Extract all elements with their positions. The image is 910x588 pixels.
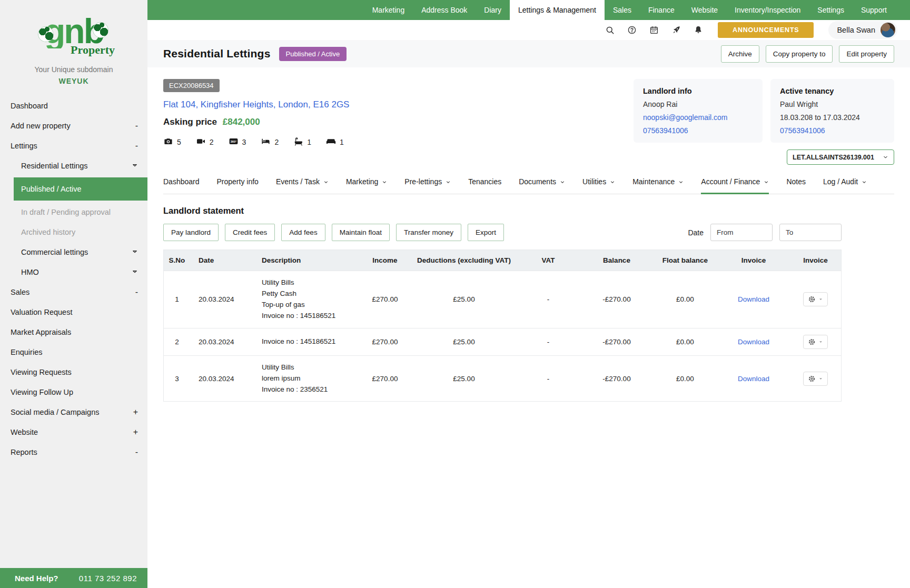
tab-label: Account / Finance bbox=[701, 177, 760, 186]
sidebar-item-published-active[interactable]: Published / Active bbox=[14, 177, 147, 201]
topnav-item-website[interactable]: Website bbox=[683, 0, 726, 20]
tab-pre-lettings[interactable]: Pre-lettings bbox=[404, 173, 451, 194]
tab-account-finance[interactable]: Account / Finance bbox=[701, 173, 769, 194]
chevron-down-icon bbox=[446, 178, 451, 185]
topnav-item-support[interactable]: Support bbox=[853, 0, 895, 20]
export-button[interactable]: Export bbox=[468, 224, 504, 241]
cell-deductions: £25.00 bbox=[411, 332, 517, 352]
sidebar-item-residential-lettings[interactable]: Residential Lettings bbox=[0, 156, 147, 176]
sidebar-item-in-draft-pending-approval[interactable]: In draft / Pending approval bbox=[0, 202, 147, 222]
tab-log-audit[interactable]: Log / Audit bbox=[823, 173, 867, 194]
property-stat-virtual-tour: 360°3 bbox=[229, 136, 246, 148]
calendar-icon[interactable] bbox=[649, 25, 659, 35]
tenancy-select[interactable]: LET.ALLSAINTS26139.001 bbox=[787, 150, 894, 165]
landlord-phone-link[interactable]: 07563941006 bbox=[643, 126, 753, 135]
cell-vat: - bbox=[517, 368, 580, 389]
topnav-item-address-book[interactable]: Address Book bbox=[413, 0, 476, 20]
sidebar-item-market-appraisals[interactable]: Market Appraisals bbox=[0, 322, 147, 342]
cell-invoice: Download bbox=[717, 332, 790, 352]
invoice-download-link[interactable]: Download bbox=[738, 338, 769, 346]
sidebar-item-hmo[interactable]: HMO bbox=[0, 262, 147, 282]
topnav-item-finance[interactable]: Finance bbox=[640, 0, 683, 20]
landlord-email-link[interactable]: noopski@googlemail.com bbox=[643, 113, 753, 122]
tab-marketing[interactable]: Marketing bbox=[346, 173, 387, 194]
sidebar-item-sales[interactable]: Sales- bbox=[0, 282, 147, 302]
tab-documents[interactable]: Documents bbox=[519, 173, 565, 194]
sidebar-item-website[interactable]: Website+ bbox=[0, 422, 147, 442]
sidebar-item-valuation-request[interactable]: Valuation Request bbox=[0, 302, 147, 322]
sidebar-item-add-new-property[interactable]: Add new property- bbox=[0, 116, 147, 136]
chevron-down-icon bbox=[883, 153, 888, 162]
expand-icon: + bbox=[133, 407, 138, 417]
tab-events-task[interactable]: Events / Task bbox=[276, 173, 329, 194]
sidebar-item-dashboard[interactable]: Dashboard bbox=[0, 96, 147, 116]
company-logo: gnb Property bbox=[32, 14, 116, 57]
bell-icon[interactable] bbox=[694, 25, 703, 35]
topnav-item-lettings-management[interactable]: Lettings & Management bbox=[510, 0, 605, 20]
search-icon[interactable] bbox=[605, 25, 615, 35]
sidebar-item-viewing-requests[interactable]: Viewing Requests bbox=[0, 362, 147, 382]
edit-property-button[interactable]: Edit property bbox=[839, 45, 894, 63]
landlord-info-title: Landlord info bbox=[643, 87, 753, 95]
cell-date: 20.03.2024 bbox=[190, 332, 253, 352]
pay-landlord-button[interactable]: Pay landlord bbox=[163, 224, 219, 241]
app-window: gnb Property Your Unique subdomain WEYUK… bbox=[0, 0, 910, 588]
invoice-download-link[interactable]: Download bbox=[738, 375, 769, 383]
stat-count: 2 bbox=[210, 138, 214, 146]
cell-float-balance: £0.00 bbox=[654, 289, 717, 310]
row-actions-button[interactable] bbox=[803, 372, 828, 386]
sidebar-item-viewing-follow-up[interactable]: Viewing Follow Up bbox=[0, 382, 147, 402]
topnav-item-marketing[interactable]: Marketing bbox=[364, 0, 413, 20]
main-area: MarketingAddress BookDiaryLettings & Man… bbox=[147, 0, 910, 588]
user-menu[interactable]: Bella Swan bbox=[828, 21, 897, 39]
tab-utilities[interactable]: Utilities bbox=[582, 173, 615, 194]
sidebar-item-archived-history[interactable]: Archived history bbox=[0, 222, 147, 242]
help-icon[interactable] bbox=[627, 25, 637, 35]
topnav-item-diary[interactable]: Diary bbox=[476, 0, 510, 20]
sidebar-item-enquiries[interactable]: Enquiries bbox=[0, 342, 147, 362]
credit-fees-button[interactable]: Credit fees bbox=[225, 224, 275, 241]
row-actions-button[interactable] bbox=[803, 292, 828, 306]
stat-count: 1 bbox=[340, 138, 344, 146]
tab-tenancies[interactable]: Tenancies bbox=[468, 173, 501, 194]
tenant-phone-link[interactable]: 07563941006 bbox=[780, 126, 885, 135]
topnav-item-inventory-inspection[interactable]: Inventory/Inspection bbox=[726, 0, 809, 20]
topnav-item-settings[interactable]: Settings bbox=[809, 0, 853, 20]
need-help-label: Need Help? bbox=[15, 574, 58, 583]
help-phone[interactable]: 011 73 252 892 bbox=[79, 574, 137, 583]
date-to-input[interactable] bbox=[779, 224, 842, 241]
tab-dashboard[interactable]: Dashboard bbox=[163, 173, 200, 194]
camera-icon bbox=[163, 136, 173, 148]
tab-property-info[interactable]: Property info bbox=[217, 173, 259, 194]
chevron-down-icon bbox=[132, 267, 138, 277]
sidebar-item-lettings[interactable]: Lettings- bbox=[0, 136, 147, 156]
cell-deductions: £25.00 bbox=[411, 289, 517, 310]
cell-sno: 1 bbox=[164, 289, 190, 310]
header-icon-row: ANNOUNCEMENTS Bella Swan bbox=[147, 20, 910, 40]
date-from-input[interactable] bbox=[710, 224, 773, 241]
tenancy-period: 18.03.208 to 17.03.2024 bbox=[780, 113, 885, 122]
invoice-download-link[interactable]: Download bbox=[738, 295, 769, 303]
property-address-link[interactable]: Flat 104, Kingfisher Heights, London, E1… bbox=[163, 99, 349, 110]
sidebar-item-commercial-lettings[interactable]: Commercial lettings bbox=[0, 242, 147, 262]
user-name: Bella Swan bbox=[837, 26, 875, 34]
cell-income: £270.00 bbox=[359, 332, 411, 352]
active-tenancy-panel: Active tenancy Paul Wright 18.03.208 to … bbox=[770, 79, 894, 143]
page-title: Residential Lettings bbox=[163, 47, 271, 60]
sidebar-item-reports[interactable]: Reports- bbox=[0, 442, 147, 462]
sidebar-item-social-media-campaigns[interactable]: Social media / Campaigns+ bbox=[0, 402, 147, 422]
row-actions-button[interactable] bbox=[803, 335, 828, 349]
tab-maintenance[interactable]: Maintenance bbox=[632, 173, 684, 194]
transfer-money-button[interactable]: Transfer money bbox=[396, 224, 461, 241]
archive-button[interactable]: Archive bbox=[721, 45, 759, 63]
caret-down-icon bbox=[818, 297, 823, 302]
gear-icon bbox=[808, 375, 816, 383]
add-fees-button[interactable]: Add fees bbox=[281, 224, 325, 241]
copy-property-to-button[interactable]: Copy property to bbox=[766, 45, 833, 63]
topnav-item-sales[interactable]: Sales bbox=[605, 0, 640, 20]
announcements-button[interactable]: ANNOUNCEMENTS bbox=[718, 22, 814, 38]
tab-notes[interactable]: Notes bbox=[786, 173, 806, 194]
maintain-float-button[interactable]: Maintain float bbox=[332, 224, 390, 241]
cell-invoice: Download bbox=[717, 368, 790, 389]
rocket-icon[interactable] bbox=[671, 25, 681, 35]
